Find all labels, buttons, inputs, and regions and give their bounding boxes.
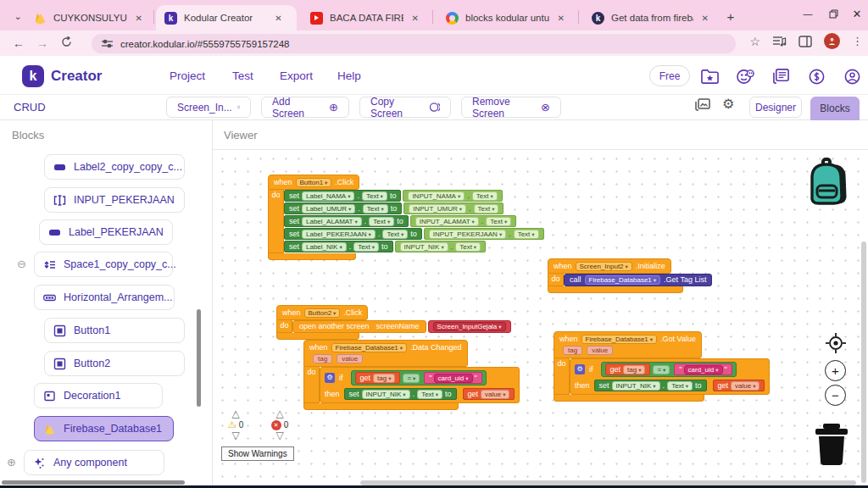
window-close-button[interactable]: ✕ — [846, 3, 868, 24]
backpack-icon[interactable] — [806, 158, 852, 210]
sidebar-item-button1[interactable]: Button1 — [44, 318, 185, 343]
viewer-vertical-scrollbar[interactable] — [861, 241, 866, 483]
block-when-screen-input2-initialize[interactable]: when Screen_Input2 .Initialize do callFi… — [548, 258, 712, 293]
trash-icon[interactable] — [811, 422, 852, 466]
expand-icon[interactable]: ⊕ — [7, 456, 16, 469]
sidebar-vertical-scrollbar[interactable] — [197, 309, 201, 407]
target-dropdown[interactable]: Label_NIK — [302, 242, 347, 252]
community-icon[interactable] — [737, 68, 754, 86]
menu-help[interactable]: Help — [337, 69, 361, 82]
block-when-button2-click[interactable]: when Button2 .Click do open another scre… — [276, 305, 511, 340]
copy-screen-button[interactable]: Copy Screen — [359, 97, 451, 118]
component-dropdown[interactable]: Button2 — [304, 308, 341, 318]
sidebar-item-input-pekerjaan[interactable]: INPUT_PEKERJAAN — [44, 187, 185, 213]
property-dropdown[interactable]: Text — [486, 217, 511, 226]
settings-gear-icon[interactable]: ⚙ — [722, 96, 734, 112]
bookmark-star-icon[interactable]: ☆ — [749, 35, 760, 48]
property-dropdown[interactable]: Text — [667, 381, 693, 391]
sidebar-item-any-component[interactable]: Any component — [24, 450, 164, 475]
property-dropdown[interactable]: Text — [474, 204, 499, 214]
tab-close-icon[interactable]: ✕ — [275, 14, 281, 23]
reload-button[interactable] — [54, 36, 78, 50]
zoom-in-button[interactable]: + — [825, 360, 846, 381]
center-blocks-icon[interactable] — [825, 332, 847, 354]
show-warnings-button[interactable]: Show Warnings — [221, 446, 294, 461]
param-value[interactable]: value — [337, 354, 363, 363]
getter-block[interactable]: INPUT_NAMA.Text — [403, 190, 502, 202]
docs-icon[interactable] — [772, 68, 790, 86]
new-tab-button[interactable]: + — [722, 8, 739, 25]
string-value[interactable]: card_uid — [684, 365, 723, 374]
tab-firebase-console[interactable]: CUYKONSULYUC - Realti ✕ — [25, 5, 151, 30]
param-tag[interactable]: tag — [563, 346, 582, 355]
tab-close-icon[interactable]: ✕ — [136, 14, 142, 23]
property-dropdown[interactable]: Text — [369, 217, 394, 226]
side-panel-icon[interactable] — [798, 36, 812, 47]
component-dropdown[interactable]: Firebase_Database1 — [585, 275, 661, 285]
property-dropdown[interactable]: Text — [455, 242, 481, 252]
tab-close-icon[interactable]: ✕ — [558, 14, 565, 23]
menu-test[interactable]: Test — [232, 69, 253, 82]
get-variable-block[interactable]: getvalue — [713, 380, 765, 391]
open-another-screen-block[interactable]: open another screenscreenName — [292, 320, 426, 333]
sidebar-item-label-pekerjaan[interactable]: Label_PEKERJAAN — [39, 219, 173, 245]
set-statement-row[interactable]: setLabel_PEKERJAAN.Textto INPUT_PEKERJAA… — [284, 228, 544, 240]
window-maximize-button[interactable] — [822, 3, 844, 24]
target-dropdown[interactable]: Label_NAMA — [302, 191, 354, 201]
target-dropdown[interactable]: Label_PEKERJAAN — [302, 230, 376, 239]
collapse-icon[interactable]: ⊖ — [17, 258, 26, 270]
set-statement-row[interactable]: setLabel_UMUR.Textto INPUT_UMUR.Text — [284, 202, 544, 214]
sidebar-horizontal-scrollbar[interactable] — [2, 480, 185, 485]
set-statement-row[interactable]: setLabel_ALAMAT.Textto INPUT_ALAMAT.Text — [284, 215, 544, 227]
sidebar-item-decoration1[interactable]: Decoration1 — [34, 383, 163, 408]
target-dropdown[interactable]: INPUT_NIK — [612, 381, 660, 391]
block-when-firebase-data-changed[interactable]: when Firebase_Database1 .Data Changed ta… — [303, 340, 520, 410]
sidebar-item-horizontal-arrangement[interactable]: Horizontal_Arrangem... — [34, 285, 175, 310]
tab-kodular-creator[interactable]: k Kodular Creator ✕ — [156, 5, 297, 30]
remove-screen-button[interactable]: Remove Screen⊗ — [461, 97, 561, 118]
free-plan-button[interactable]: Free — [649, 65, 690, 86]
get-variable-block[interactable]: gettag — [605, 363, 651, 375]
variable-dropdown[interactable]: value — [481, 390, 509, 399]
source-dropdown[interactable]: INPUT_ALAMAT — [415, 217, 479, 226]
screen-dropdown[interactable]: Screen_InputGejala — [433, 322, 506, 331]
projects-folder-icon[interactable] — [701, 68, 719, 86]
text-string-block[interactable]: "card_uid" — [674, 363, 732, 375]
sidebar-item-firebase-database1[interactable]: Firebase_Database1 — [34, 416, 174, 441]
component-dropdown[interactable]: Screen_Input2 — [576, 262, 632, 271]
get-variable-block[interactable]: getvalue — [463, 388, 515, 400]
variable-dropdown[interactable]: tag — [373, 374, 395, 383]
variable-dropdown[interactable]: value — [731, 381, 760, 391]
url-text[interactable]: creator.kodular.io/#5559755759157248 — [120, 39, 290, 49]
property-dropdown[interactable]: Text — [363, 204, 388, 214]
mutator-gear-icon[interactable]: ⚙ — [575, 364, 585, 374]
call-statement-row[interactable]: callFirebase_Database1.Get Tag List — [564, 274, 712, 286]
tab-kodular-docs[interactable]: k Get data from firebase - ✕ — [583, 5, 717, 30]
window-minimize-button[interactable]: — — [797, 3, 819, 24]
component-dropdown[interactable]: Button1 — [296, 178, 332, 187]
property-dropdown[interactable]: Text — [362, 191, 387, 201]
browser-menu-kebab-icon[interactable]: ⋮ — [852, 35, 863, 47]
property-dropdown[interactable]: Text — [514, 230, 539, 239]
sidebar-item-space1-copy[interactable]: Space1_copy_copy_c... — [34, 252, 173, 277]
tab-close-icon[interactable]: ✕ — [412, 14, 419, 23]
get-variable-block[interactable]: gettag — [355, 372, 401, 384]
property-dropdown[interactable]: Text — [353, 242, 379, 252]
block-when-button1-click[interactable]: when Button1 .Click do setLabel_NAMA.Tex… — [268, 175, 544, 260]
warning-up-arrow[interactable]: △ — [225, 409, 247, 419]
kodular-logo[interactable]: k — [22, 65, 44, 87]
target-dropdown[interactable]: Label_ALAMAT — [302, 217, 362, 226]
source-dropdown[interactable]: INPUT_PEKERJAAN — [429, 230, 506, 239]
getter-block[interactable]: INPUT_NIK.Text — [395, 241, 487, 252]
forward-button[interactable]: → — [31, 36, 54, 50]
screen-name-block[interactable]: Screen_InputGejala — [428, 320, 511, 333]
if-then-block[interactable]: ⚙ if gettag = "card_uid" then setINPUT_N… — [320, 367, 520, 403]
tab-close-icon[interactable]: ✕ — [702, 14, 709, 23]
equals-block[interactable]: gettag = "card_uid" — [601, 362, 737, 377]
address-bar[interactable]: creator.kodular.io/#5559755759157248 — [92, 34, 736, 53]
blocks-mode-button[interactable]: Blocks — [810, 97, 860, 120]
set-block[interactable]: setINPUT_NIK.Textto — [344, 388, 457, 400]
getter-block[interactable]: INPUT_PEKERJAAN.Text — [424, 228, 544, 240]
billing-icon[interactable] — [808, 68, 826, 86]
menu-project[interactable]: Project — [170, 69, 205, 82]
